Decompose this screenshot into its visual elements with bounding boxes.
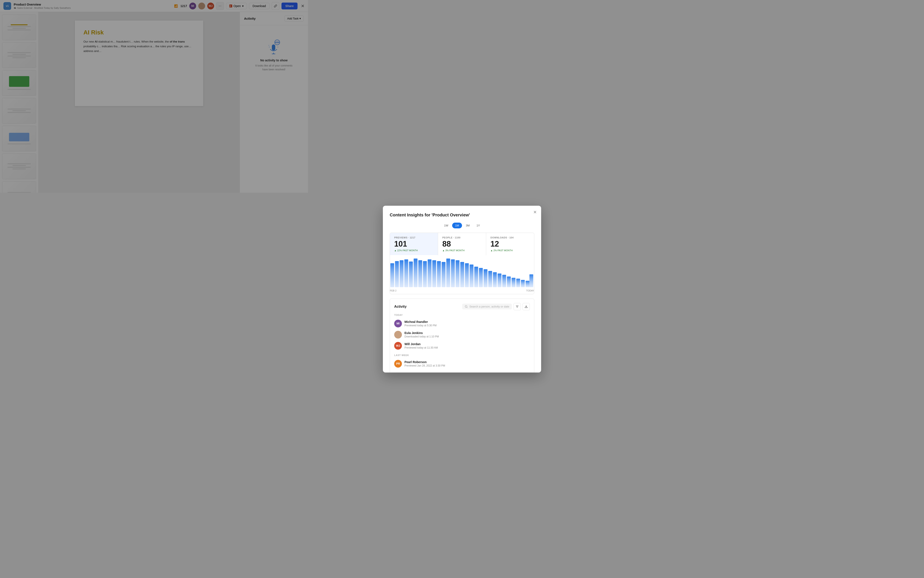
- modal-overlay: ✕ Content Insights for 'Product Overview…: [0, 0, 308, 193]
